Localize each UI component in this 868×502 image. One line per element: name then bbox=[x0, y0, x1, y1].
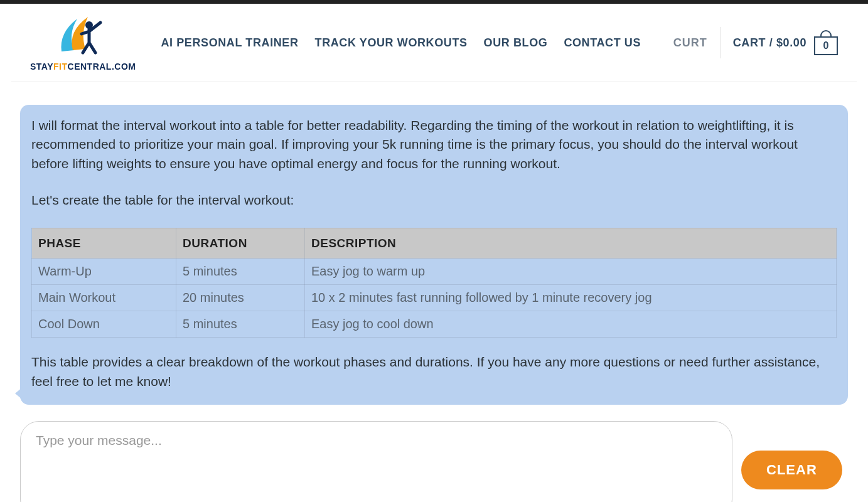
cell-duration: 5 minutes bbox=[176, 311, 305, 338]
cell-duration: 5 minutes bbox=[176, 259, 305, 285]
cell-description: Easy jog to cool down bbox=[305, 311, 837, 338]
cell-phase: Cool Down bbox=[32, 311, 176, 338]
cell-description: 10 x 2 minutes fast running followed by … bbox=[305, 285, 837, 311]
main-content: I will format the interval workout into … bbox=[0, 82, 868, 502]
header-divider bbox=[720, 27, 721, 58]
nav-ai-trainer[interactable]: AI PERSONAL TRAINER bbox=[161, 36, 298, 50]
table-header-row: PHASE DURATION DESCRIPTION bbox=[32, 228, 837, 259]
cart-link[interactable]: CART / $0.00 0 bbox=[733, 30, 838, 55]
message-input[interactable] bbox=[20, 421, 732, 502]
workout-table: PHASE DURATION DESCRIPTION Warm-Up 5 min… bbox=[31, 228, 837, 338]
col-phase: PHASE bbox=[32, 228, 176, 259]
table-row: Main Workout 20 minutes 10 x 2 minutes f… bbox=[32, 285, 837, 311]
site-header: STAYFITCENTRAL.COM AI PERSONAL TRAINER T… bbox=[11, 4, 857, 82]
chat-input-row: CLEAR bbox=[20, 421, 848, 502]
cell-phase: Warm-Up bbox=[32, 259, 176, 285]
nav-contact[interactable]: CONTACT US bbox=[564, 36, 641, 50]
cart-count: 0 bbox=[823, 40, 829, 51]
primary-nav: AI PERSONAL TRAINER TRACK YOUR WORKOUTS … bbox=[161, 36, 673, 50]
message-paragraph: I will format the interval workout into … bbox=[31, 116, 837, 173]
logo-text: STAYFITCENTRAL.COM bbox=[30, 61, 136, 72]
nav-blog[interactable]: OUR BLOG bbox=[484, 36, 548, 50]
table-row: Cool Down 5 minutes Easy jog to cool dow… bbox=[32, 311, 837, 338]
message-paragraph: This table provides a clear breakdown of… bbox=[31, 353, 837, 391]
col-description: DESCRIPTION bbox=[305, 228, 837, 259]
shopping-bag-icon: 0 bbox=[814, 30, 838, 55]
cell-description: Easy jog to warm up bbox=[305, 259, 837, 285]
assistant-message: I will format the interval workout into … bbox=[20, 105, 848, 405]
site-logo[interactable]: STAYFITCENTRAL.COM bbox=[30, 14, 161, 72]
cell-phase: Main Workout bbox=[32, 285, 176, 311]
table-row: Warm-Up 5 minutes Easy jog to warm up bbox=[32, 259, 837, 285]
header-right: CURT CART / $0.00 0 bbox=[673, 27, 838, 58]
col-duration: DURATION bbox=[176, 228, 305, 259]
cart-label: CART / $0.00 bbox=[733, 36, 806, 50]
clear-button[interactable]: CLEAR bbox=[741, 451, 842, 489]
nav-track-workouts[interactable]: TRACK YOUR WORKOUTS bbox=[315, 36, 468, 50]
cell-duration: 20 minutes bbox=[176, 285, 305, 311]
logo-icon bbox=[55, 14, 110, 59]
message-paragraph: Let's create the table for the interval … bbox=[31, 191, 837, 210]
user-menu[interactable]: CURT bbox=[673, 36, 707, 50]
